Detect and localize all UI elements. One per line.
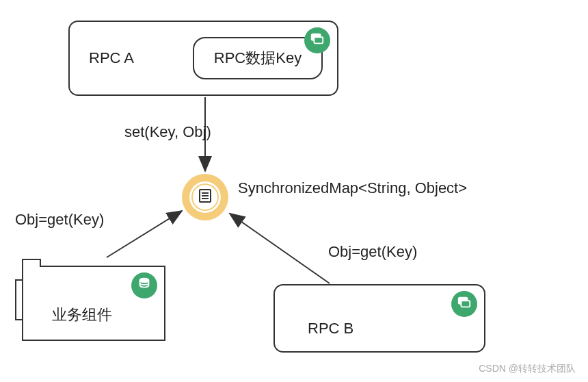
edge-label-rpcb-get: Obj=get(Key)	[328, 243, 417, 261]
biz-component-label: 业务组件	[52, 305, 112, 325]
arrow-biz-to-map	[107, 211, 182, 257]
chat-icon	[310, 31, 325, 49]
chat-icon	[457, 295, 472, 313]
rpc-a-label: RPC A	[89, 49, 134, 67]
biz-badge	[131, 272, 157, 298]
rpc-a-node: RPC A RPC数据Key	[68, 21, 338, 96]
svg-rect-1	[314, 37, 323, 43]
list-icon	[197, 188, 213, 207]
component-tab-top	[22, 259, 41, 267]
rpc-data-key-node: RPC数据Key	[193, 37, 323, 79]
svg-point-6	[140, 279, 149, 283]
edge-label-set: set(Key, Obj)	[124, 123, 211, 141]
edge-label-biz-get: Obj=get(Key)	[15, 211, 104, 229]
sync-map-node	[182, 174, 228, 220]
rpc-b-node: RPC B	[273, 284, 485, 353]
rpc-data-key-label: RPC数据Key	[214, 48, 302, 68]
rpc-b-badge	[451, 291, 477, 317]
sync-map-label: SynchronizedMap<String, Object>	[238, 179, 467, 197]
svg-rect-8	[461, 301, 470, 307]
watermark: CSDN @转转技术团队	[479, 363, 576, 375]
biz-component-node: 业务组件	[22, 266, 165, 341]
component-tab-side	[15, 279, 22, 320]
arrow-rpc-b-to-map	[230, 214, 330, 283]
database-icon	[137, 277, 152, 294]
rpc-b-label: RPC B	[308, 320, 353, 338]
rpc-a-badge	[304, 27, 330, 53]
